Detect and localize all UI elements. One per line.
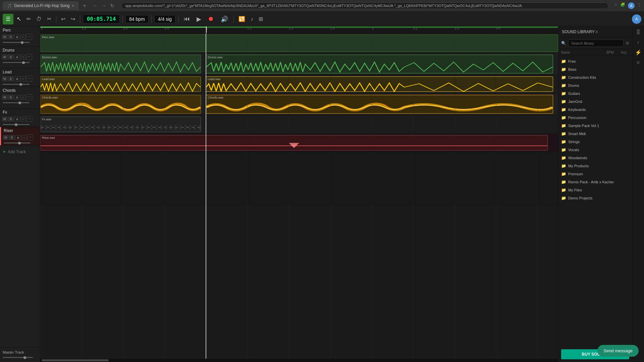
user-avatar[interactable]: A	[632, 14, 641, 24]
right-icon-4[interactable]: ≡	[637, 60, 640, 66]
track-row-fx[interactable]: Fx.wav	[40, 115, 558, 134]
master-volume[interactable]	[3, 357, 33, 358]
scrollbar-thumb[interactable]	[42, 359, 109, 361]
arrange-scrollbar[interactable]	[40, 359, 558, 362]
library-item-bass[interactable]: 📁 Bass	[558, 65, 632, 73]
expand-chords[interactable]: 〜	[26, 94, 32, 100]
expand-lead[interactable]: 〜	[26, 76, 32, 82]
expand-perc[interactable]: 〜	[26, 34, 32, 40]
record-fx[interactable]: ⏺	[14, 117, 20, 122]
volume-perc[interactable]	[3, 42, 30, 43]
library-item-demo-projects[interactable]: 📁 Demo Projects	[558, 194, 632, 202]
record-lead[interactable]: ⏺	[14, 76, 20, 81]
grid-button[interactable]: ⊞	[257, 14, 265, 23]
effects-drums[interactable]: ≡	[21, 55, 25, 60]
menu-button[interactable]: ☰	[3, 14, 13, 24]
volume-riser[interactable]	[4, 142, 31, 143]
forward-button[interactable]: →	[100, 2, 108, 9]
solo-fx[interactable]: S	[8, 117, 13, 121]
right-icon-1[interactable]: 🎛	[636, 29, 641, 35]
clip-lead-1[interactable]: Lead.wav	[40, 76, 201, 92]
volume-button[interactable]: 🔊	[218, 14, 231, 24]
skip-back-button[interactable]: ⏮	[181, 14, 193, 24]
select-tool[interactable]: ↖	[15, 14, 23, 23]
mute-chords[interactable]: M	[2, 95, 7, 100]
menu-icon[interactable]: ⋮	[637, 2, 641, 9]
expand-riser[interactable]: 〜	[27, 134, 33, 140]
volume-fx[interactable]	[3, 124, 30, 125]
mute-fx[interactable]: M	[2, 117, 7, 121]
solo-lead[interactable]: S	[8, 76, 13, 81]
effects-lead[interactable]: ≡	[21, 76, 25, 81]
track-row-chords[interactable]: Chords.wav Chords.wav	[40, 94, 558, 115]
record-chords[interactable]: ⏺	[14, 95, 20, 100]
volume-lead[interactable]	[3, 84, 30, 85]
clip-riser-1[interactable]: Riser.wav	[40, 135, 548, 150]
empty-arrange-area[interactable]	[40, 152, 558, 206]
send-message-button[interactable]: Send message	[597, 345, 639, 357]
library-item-my-products[interactable]: 📁 My Products	[558, 162, 632, 170]
clip-drums-2[interactable]: Drums.wav	[206, 55, 553, 73]
new-tab-button[interactable]: +	[83, 3, 86, 9]
address-bar[interactable]: app.ampedstudio.com/?_gl=1*zkt20c*_ga*MT…	[121, 2, 608, 9]
track-row-perc[interactable]: Perc.wav // Generate perc waveform	[40, 33, 558, 53]
library-item-free[interactable]: 📁 Free	[558, 57, 632, 65]
library-item-construction-kits[interactable]: 📁 Construction Kits	[558, 73, 632, 81]
library-item-woodwinds[interactable]: 📁 Woodwinds	[558, 154, 632, 162]
tracks-area[interactable]: Perc.wav // Generate perc waveform Drums…	[40, 33, 558, 359]
clip-drums-1[interactable]: Drums.wav	[40, 55, 201, 73]
mute-perc[interactable]: M	[2, 35, 7, 39]
expand-drums[interactable]: 〜	[26, 54, 32, 60]
record-perc[interactable]: ⏺	[14, 35, 20, 40]
bpm-display[interactable]: 84 bpm	[125, 15, 149, 23]
bookmark-icon[interactable]: ☆	[614, 2, 618, 9]
library-item-keyboards[interactable]: 📁 Keyboards	[558, 106, 632, 114]
solo-riser[interactable]: S	[9, 135, 14, 140]
library-item-percussion[interactable]: 📁 Percussion	[558, 114, 632, 122]
clip-chords-1[interactable]: Chords.wav	[40, 95, 201, 114]
effects-chords[interactable]: ≡	[21, 95, 25, 100]
right-icon-2[interactable]: ♪	[637, 39, 640, 45]
record-button[interactable]: ⏺	[205, 14, 217, 24]
filter-icon[interactable]: ⚙	[626, 41, 629, 46]
solo-drums[interactable]: S	[8, 55, 13, 59]
loop-button[interactable]: 🔁	[236, 14, 247, 23]
volume-chords[interactable]	[3, 102, 30, 103]
clip-fx-1[interactable]: Fx.wav	[40, 117, 201, 132]
add-track-button[interactable]: + Add Track	[0, 145, 40, 158]
library-item-premium[interactable]: 📁 Premium	[558, 170, 632, 178]
pencil-tool[interactable]: ✏	[24, 14, 33, 23]
record-drums[interactable]: ⏺	[14, 55, 20, 60]
clip-chords-2[interactable]: Chords.wav	[206, 95, 553, 114]
midi-button[interactable]: ♪	[249, 15, 255, 23]
library-item-sample-pack[interactable]: 📁 Sample Pack Vol 1	[558, 122, 632, 130]
library-item-vocals[interactable]: 📁 Vocals	[558, 146, 632, 154]
mute-drums[interactable]: M	[2, 55, 7, 59]
back-button[interactable]: ←	[92, 2, 99, 9]
track-row-riser[interactable]: Riser.wav	[40, 134, 558, 152]
time-sig-display[interactable]: 4/4 sig	[154, 15, 175, 23]
clip-perc-1[interactable]: Perc.wav // Generate perc waveform	[40, 35, 558, 52]
library-item-smart-midi[interactable]: 📁 Smart Midi	[558, 130, 632, 138]
library-item-drums[interactable]: 📁 Drums	[558, 81, 632, 89]
library-item-my-files[interactable]: 📁 My Files	[558, 186, 632, 194]
library-item-strings[interactable]: 📁 Strings	[558, 138, 632, 146]
right-icon-3[interactable]: ⚡	[635, 49, 642, 56]
library-search-input[interactable]	[568, 40, 624, 47]
library-close-button[interactable]: ✕	[595, 29, 599, 35]
cut-tool[interactable]: ✂	[45, 14, 53, 23]
track-row-lead[interactable]: Lead.wav Lead.wav	[40, 75, 558, 94]
redo-button[interactable]: ↪	[69, 14, 77, 23]
effects-perc[interactable]: ≡	[21, 35, 25, 40]
active-tab[interactable]: 🎵 Generated Lo-Fi Hip Hop Song ✕	[3, 1, 79, 10]
profile-icon[interactable]: A	[628, 2, 635, 9]
track-row-drums[interactable]: Drums.wav Drums.wav	[40, 53, 558, 75]
library-item-guitars[interactable]: 📁 Guitars	[558, 89, 632, 98]
volume-drums[interactable]	[3, 62, 30, 63]
mute-riser[interactable]: M	[3, 135, 8, 140]
mute-lead[interactable]: M	[2, 76, 7, 81]
clock-tool[interactable]: ⏱	[34, 15, 44, 23]
refresh-button[interactable]: ↻	[109, 2, 116, 9]
effects-fx[interactable]: ≡	[21, 117, 25, 122]
expand-fx[interactable]: 〜	[26, 116, 32, 122]
